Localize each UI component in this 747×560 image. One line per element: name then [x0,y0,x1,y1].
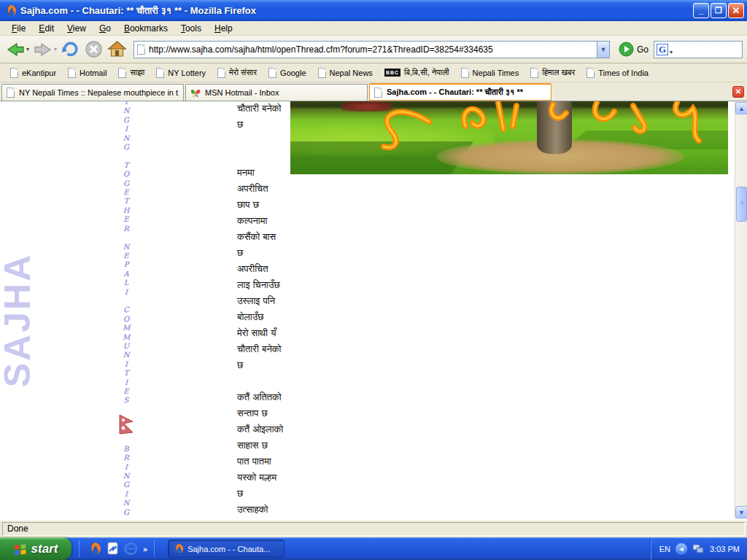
toolbar-handle[interactable] [154,541,156,557]
bookmark-item[interactable]: Nepal News [314,66,377,79]
bookmark-item[interactable]: eKantipur [6,66,61,79]
back-button[interactable]: ▾ [4,38,30,61]
stop-button[interactable] [83,38,104,61]
tab-msn-hotmail[interactable]: MSN Hotmail - Inbox [185,84,368,101]
banner-text-top: INGING TOGETHER NEPALI COMMUNITIES [123,101,130,405]
taskbar-window-button[interactable]: Sajha.com - - Chauta... [168,540,285,558]
poem-line: कल्पनामा [237,215,398,231]
firefox-window: Sajha.com - - Chautari: ** चौतारी ३१ ** … [0,0,747,560]
vertical-scrollbar[interactable]: ▲ ▼ [735,101,747,519]
google-logo-icon[interactable]: G [657,44,668,55]
close-button[interactable]: ✕ [728,3,744,18]
minimize-button[interactable]: _ [693,3,709,18]
back-dropdown-caret[interactable]: ▾ [26,46,29,52]
bookmark-label: Times of India [598,69,649,77]
windows-taskbar: start » Sajha.com - - Chauta... EN ◄ [0,537,747,560]
menu-tools[interactable]: Tools [175,22,207,35]
bookmark-item[interactable]: Google [264,66,310,79]
park-photo [290,101,728,174]
firefox-quicklaunch-icon[interactable] [88,542,101,556]
start-button[interactable]: start [0,537,71,560]
network-icon[interactable] [692,544,705,554]
scroll-down-button[interactable]: ▼ [735,506,747,518]
poem-line: छाप छ [237,199,398,215]
start-label: start [31,542,58,556]
windows-logo-icon [14,543,27,555]
bookmark-label: साझा [130,68,144,77]
flame-graffiti-icon [290,101,728,174]
close-tab-button[interactable]: ✕ [732,86,744,98]
status-text: Done [2,522,745,536]
go-icon [619,42,634,57]
vertical-banner: INGING TOGETHER NEPALI COMMUNITIES BRING… [119,101,133,517]
menu-go[interactable]: Go [93,22,117,35]
poem-line: कतैं ओइलाको [237,424,398,440]
quicklaunch-overflow-chevron[interactable]: » [143,545,147,553]
scrollbar-thumb[interactable] [736,187,747,222]
scroll-up-button[interactable]: ▲ [735,102,747,114]
bookmark-label: मेरो संसार [229,68,257,77]
bookmark-label: Nepali Times [473,69,519,77]
go-button[interactable]: Go [616,42,651,57]
poem-line: कसैंको बास [237,231,398,247]
page-icon [374,88,382,98]
toolbar-handle[interactable] [79,541,81,557]
page-icon [137,44,145,55]
reload-button[interactable] [60,38,81,61]
home-icon [107,39,127,59]
url-bar[interactable]: http://www.sajha.com/sajha/html/openThre… [133,41,610,58]
document-app-icon[interactable] [107,542,119,556]
url-text[interactable]: http://www.sajha.com/sajha/html/openThre… [149,44,597,55]
search-box[interactable]: G ▾ [654,41,743,58]
nepal-flag-icon [117,414,135,435]
internet-explorer-icon[interactable] [124,542,138,556]
clock[interactable]: 3:03 PM [710,545,740,553]
forward-arrow-icon [33,39,53,60]
menu-bookmarks[interactable]: Bookmarks [118,22,174,35]
back-arrow-icon [5,39,26,60]
bookmark-favicon [156,68,164,78]
language-indicator[interactable]: EN [659,545,670,553]
bookmark-item[interactable]: Times of India [582,66,653,79]
url-dropdown-button[interactable]: ▼ [597,42,609,58]
poem-line [237,376,398,392]
bookmark-item[interactable]: BBC बि,बि,सी, नेपाली [380,66,454,79]
sajha-vertical-logo: SAJHA [0,253,39,387]
tab-ny-nepali-times[interactable]: NY Nepali Times :: Nepalese mouthpiece i… [1,84,184,101]
bookmark-item[interactable]: NY Lottery [152,66,210,79]
restore-button[interactable]: ❐ [711,3,727,18]
bookmark-item[interactable]: मेरो संसार [213,66,261,79]
poem-line: उस्लाइ पनि [237,295,398,311]
menu-help[interactable]: Help [209,22,239,35]
status-bar: Done [0,519,747,537]
hide-icons-chevron[interactable]: ◄ [676,543,687,555]
bookmark-item[interactable]: हिमाल खबर [526,66,579,79]
tab-bar: NY Nepali Times :: Nepalese mouthpiece i… [0,82,747,101]
menu-view[interactable]: View [61,22,92,35]
menu-edit[interactable]: Edit [33,22,60,35]
poem-line: लाइ चिनाउँछ [237,279,398,295]
bookmark-favicon [68,68,76,78]
forward-button[interactable]: ▾ [32,38,58,61]
bookmark-favicon [318,68,326,78]
bookmark-item[interactable]: Nepali Times [457,66,524,79]
bookmark-item[interactable]: साझा [114,66,149,79]
firefox-icon [4,4,17,17]
reload-icon [61,39,80,59]
bookmark-label: NY Lottery [168,69,206,77]
bookmark-item[interactable]: Hotmail [63,66,111,79]
home-button[interactable] [107,38,128,61]
bookmark-label: Google [280,69,306,77]
bookmark-favicon [461,68,469,78]
menu-file[interactable]: File [6,22,31,35]
poem-line: छ [237,359,398,376]
tab-sajha-active[interactable]: Sajha.com - - Chautari: ** चौतारी ३१ ** [369,83,551,101]
poem-line: पात पातमा [237,456,398,472]
search-engine-caret[interactable]: ▾ [670,49,673,55]
forward-dropdown-caret[interactable]: ▾ [54,46,57,52]
poem-line: छ [237,488,398,504]
firefox-icon [173,543,184,554]
msn-butterfly-icon [190,88,201,98]
bookmark-favicon [587,68,595,78]
bookmark-label: हिमाल खबर [542,68,575,77]
